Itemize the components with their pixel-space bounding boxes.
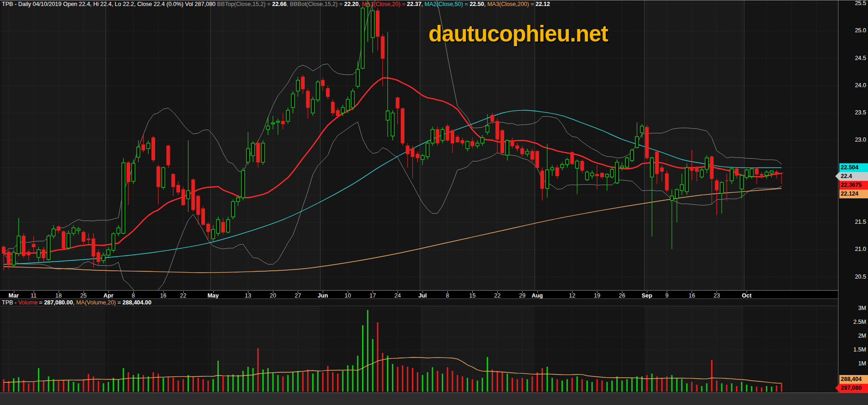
candle-body-up (720, 183, 723, 194)
candle-body-down (516, 146, 519, 149)
date-label: 26 (619, 292, 625, 299)
candle-body-up (211, 229, 215, 238)
month-band (744, 306, 838, 393)
candle-body-down (326, 89, 330, 97)
candle-body-up (341, 107, 344, 113)
price-axis-label: 23.0 (840, 137, 866, 143)
date-label: Oct (742, 292, 752, 299)
title-seg: MA1(Close,20) = (362, 1, 407, 7)
candle-body-down (511, 140, 514, 146)
candle-body-down (172, 174, 175, 187)
candle-body-up (67, 233, 70, 248)
price-tag: 22.124 (839, 190, 868, 198)
candle-body-up (361, 8, 364, 68)
candle-body-up (506, 140, 509, 155)
title-seg: 22.37 (407, 1, 421, 7)
candle-body-down (555, 168, 559, 176)
date-label: 13 (245, 292, 251, 299)
candle-body-up (615, 162, 619, 183)
candle-body-up (730, 169, 733, 181)
candle-body-down (416, 154, 419, 158)
month-band (645, 0, 744, 290)
candle-body-down (541, 171, 544, 189)
candle-body-up (765, 172, 768, 175)
candle-body-down (152, 137, 155, 160)
date-label: Apr (103, 292, 114, 299)
month-band (744, 0, 838, 290)
chart-window: TPB - Daily 04/10/2019 Open 22.4, Hi 22.… (0, 0, 868, 405)
candle-body-down (57, 227, 60, 231)
month-band (211, 0, 320, 290)
title-seg: 22.20 (344, 1, 358, 7)
candle-body-down (157, 167, 160, 187)
candle-body-down (760, 174, 763, 175)
candle-body-down (461, 140, 464, 143)
month-band (106, 0, 211, 290)
title-seg: TPB - Daily 04/10/2019 Open 22.4, Hi 22.… (2, 1, 217, 7)
candle-body-up (122, 163, 125, 233)
date-label: 27 (295, 292, 301, 299)
candle-body-up (132, 163, 135, 181)
candle-body-up (561, 164, 564, 167)
candle-body-up (426, 143, 429, 157)
vol-title-seg: TPB - (2, 299, 18, 306)
candle-body-down (491, 115, 494, 121)
vol-title-seg: = (116, 299, 122, 306)
candle-body-down (97, 252, 100, 262)
top-border (0, 0, 868, 0)
date-label: 12 (569, 292, 575, 299)
candle-body-up (526, 151, 529, 154)
candle-body-up (47, 236, 50, 260)
candle-body-down (381, 36, 384, 58)
candle-body-up (486, 125, 489, 132)
title-seg: 22.50 (470, 1, 484, 7)
candle-body-up (640, 126, 644, 132)
candle-body-down (92, 239, 95, 256)
date-label: 17 (369, 292, 376, 299)
candle-body-down (571, 152, 574, 164)
title-seg: BBTop(Close,15,2) = (217, 1, 272, 7)
volume-axis-label: 1M (840, 360, 866, 367)
axis-border-line (838, 0, 838, 393)
candle-body-up (576, 161, 579, 168)
candle-body-up (286, 110, 289, 121)
month-band (211, 306, 320, 393)
candle-body-up (277, 121, 280, 122)
candle-body-up (391, 113, 394, 136)
candle-body-down (222, 222, 225, 232)
candle-body-up (316, 82, 319, 100)
candle-body-down (82, 232, 85, 241)
candle-body-down (331, 102, 334, 113)
vol-title-seg: = (37, 299, 44, 306)
candle-body-down (690, 169, 693, 171)
price-axis-label: 24.5 (840, 55, 866, 61)
candle-body-up (266, 126, 270, 129)
date-label: 20 (270, 292, 276, 299)
volume-chart[interactable] (0, 306, 838, 393)
candle-body-up (591, 173, 594, 176)
candle-body-down (471, 142, 474, 146)
title-seg: , (287, 1, 290, 7)
price-tag: 22.3675 (839, 181, 868, 190)
candle-body-up (630, 150, 633, 161)
candle-body-up (431, 130, 434, 143)
candle-body-down (411, 149, 414, 157)
candle-body-up (770, 171, 773, 173)
date-label: Jun (318, 292, 328, 299)
candle-body-up (112, 234, 115, 250)
candle-body-down (456, 137, 459, 142)
chart-title: TPB - Daily 04/10/2019 Open 22.4, Hi 22.… (2, 1, 550, 8)
price-chart[interactable] (0, 0, 838, 290)
candle-body-down (306, 91, 309, 108)
vol-title-seg: , (73, 299, 76, 306)
tag-arrow-icon (835, 384, 839, 392)
candle-body-down (181, 190, 185, 205)
bottom-scroll-strip (0, 393, 868, 405)
candle-body-down (645, 127, 649, 158)
date-label: 25 (80, 292, 87, 299)
candle-body-down (596, 174, 599, 176)
candle-body-down (521, 149, 524, 154)
candle-body-down (7, 252, 10, 265)
candle-body-down (206, 224, 210, 232)
volume-axis-label: 3M (840, 305, 866, 311)
